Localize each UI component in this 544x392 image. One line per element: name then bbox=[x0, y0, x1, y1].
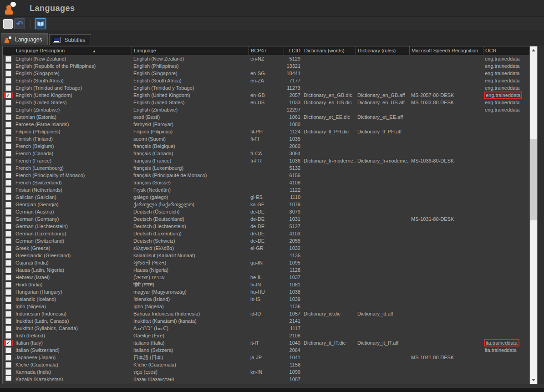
row-checkbox[interactable] bbox=[5, 143, 11, 149]
row-checkbox[interactable] bbox=[5, 209, 11, 215]
table-row[interactable]: German (Germany)Deutsch (Deutschland)de-… bbox=[3, 215, 538, 223]
row-checkbox[interactable] bbox=[5, 71, 11, 76]
table-row[interactable]: English (Singapore)English (Singapore)en… bbox=[3, 70, 538, 77]
table-row[interactable]: English (Republic of the Philippines)Eng… bbox=[3, 62, 538, 70]
row-checkbox[interactable] bbox=[5, 245, 11, 251]
table-row[interactable]: German (Switzerland)Deutsch (Schweiz)de-… bbox=[3, 237, 538, 244]
row-checkbox[interactable] bbox=[5, 253, 11, 259]
table-row[interactable]: Igbo (Nigeria)Igbo (Nigeria)1136 bbox=[3, 303, 538, 310]
row-checkbox[interactable] bbox=[5, 78, 11, 84]
row-checkbox[interactable] bbox=[5, 238, 11, 244]
table-row[interactable]: Kazakh (Kazakhstan)Қазақ (Қазақстан)1087 bbox=[3, 376, 538, 381]
header-bcp47[interactable]: BCP47 bbox=[249, 46, 284, 55]
table-row[interactable]: Indonesian (Indonesia)Bahasa Indonesia (… bbox=[3, 310, 538, 317]
table-row[interactable]: German (Liechtenstein)Deutsch (Liechtens… bbox=[3, 223, 538, 230]
row-checkbox[interactable] bbox=[5, 122, 11, 127]
table-row[interactable]: French (Belgium)français (Belgique)2060 bbox=[3, 143, 538, 150]
table-row[interactable]: Hindi (India)हिंदी (भारत)hi-IN1081 bbox=[3, 281, 538, 288]
row-checkbox[interactable] bbox=[5, 194, 11, 200]
row-checkbox[interactable] bbox=[5, 275, 11, 280]
row-checkbox[interactable] bbox=[5, 376, 11, 381]
row-checkbox-checked[interactable]: ✓ bbox=[5, 340, 11, 346]
row-checkbox[interactable] bbox=[5, 347, 11, 353]
row-checkbox[interactable] bbox=[5, 289, 11, 295]
row-checkbox[interactable] bbox=[5, 85, 11, 91]
header-ocr[interactable]: OCR bbox=[483, 46, 530, 55]
table-row[interactable]: German (Luxembourg)Deutsch (Luxemburg)de… bbox=[3, 230, 538, 237]
scroll-down-button[interactable] bbox=[530, 376, 537, 384]
table-row[interactable]: Finnish (Finland)suomi (Suomi)fi-FI1035 bbox=[3, 135, 538, 143]
row-checkbox[interactable] bbox=[5, 165, 11, 171]
table-row[interactable]: Galician (Galician)galego (galego)gl-ES1… bbox=[3, 193, 538, 201]
row-checkbox[interactable] bbox=[5, 318, 11, 324]
header-dictionary-words[interactable]: Dictionary (words) bbox=[302, 46, 356, 55]
header-language-description[interactable]: Language Description ▲ bbox=[14, 46, 132, 55]
table-row[interactable]: Inuktitut (Latin, Canada)Inuktitut (Kana… bbox=[3, 317, 538, 325]
table-row[interactable]: Filipino (Philippines)Filipino (Pilipina… bbox=[3, 128, 538, 135]
row-checkbox[interactable] bbox=[5, 267, 11, 273]
header-ms-speech[interactable]: Microsoft Speech Recognition bbox=[409, 46, 483, 55]
row-checkbox[interactable] bbox=[5, 369, 11, 375]
row-checkbox[interactable] bbox=[5, 326, 11, 331]
table-row[interactable]: Georgian (Georgia)ქართული (საქართველო)ka… bbox=[3, 201, 538, 208]
table-row[interactable]: French (Canada)français (Canada)fr-CA308… bbox=[3, 150, 538, 157]
row-checkbox[interactable] bbox=[5, 129, 11, 135]
row-checkbox[interactable] bbox=[5, 231, 11, 237]
table-row[interactable]: ✓Italian (Italy)italiano (Italia)it-IT10… bbox=[3, 339, 538, 346]
vertical-scrollbar[interactable] bbox=[529, 46, 538, 384]
table-row[interactable]: Greek (Greece)ελληνικά (Ελλάδα)el-GR1032 bbox=[3, 244, 538, 252]
row-checkbox[interactable] bbox=[5, 136, 11, 142]
row-checkbox[interactable] bbox=[5, 311, 11, 317]
row-checkbox[interactable] bbox=[5, 296, 11, 302]
table-row[interactable]: Japanese (Japan)日本語 (日本)ja-JP1041MS-1041… bbox=[3, 354, 538, 361]
tab-subtitles[interactable]: Subtitles bbox=[49, 34, 91, 45]
table-row[interactable]: Estonian (Estonia)eesti (Eesti)1061Dicti… bbox=[3, 113, 538, 121]
row-checkbox[interactable] bbox=[5, 224, 11, 229]
row-checkbox[interactable] bbox=[5, 202, 11, 208]
table-row[interactable]: French (Principality of Monaco)français … bbox=[3, 172, 538, 179]
header-dictionary-rules[interactable]: Dictionary (rules) bbox=[356, 46, 409, 55]
row-checkbox[interactable] bbox=[5, 216, 11, 222]
tab-languages[interactable]: Languages bbox=[1, 33, 48, 45]
row-checkbox[interactable] bbox=[5, 158, 11, 164]
table-row[interactable]: English (United States)English (United S… bbox=[3, 99, 538, 106]
row-checkbox[interactable] bbox=[5, 333, 11, 339]
row-checkbox[interactable] bbox=[5, 63, 11, 69]
table-row[interactable]: Faroese (Faroe Islands)føroyskt (Føroyar… bbox=[3, 121, 538, 128]
scroll-up-button[interactable] bbox=[530, 46, 537, 54]
scrollbar-thumb[interactable] bbox=[530, 139, 537, 220]
table-row[interactable]: Greenlandic (Greenland)kalaallisut (Kala… bbox=[3, 252, 538, 259]
row-checkbox[interactable] bbox=[5, 180, 11, 186]
row-checkbox[interactable] bbox=[5, 100, 11, 106]
table-row[interactable]: English (Zimbabwe)English (Zimbabwe)1229… bbox=[3, 106, 538, 113]
table-row[interactable]: French (Switzerland)français (Suisse)410… bbox=[3, 179, 538, 186]
row-checkbox[interactable] bbox=[5, 187, 11, 193]
dictionary-button[interactable] bbox=[35, 18, 46, 29]
header-checkbox-column[interactable] bbox=[3, 46, 14, 55]
row-checkbox[interactable] bbox=[5, 282, 11, 288]
table-row[interactable]: Irish (Ireland)Gaeilge (Éire)2108 bbox=[3, 332, 538, 339]
table-row[interactable]: French (Luxembourg)français (Luxembourg)… bbox=[3, 164, 538, 172]
table-row[interactable]: English (Trinidad and Tobago)English (Tr… bbox=[3, 84, 538, 92]
table-row[interactable]: English (South Africa)English (South Afr… bbox=[3, 77, 538, 84]
table-row[interactable]: ✓English (United Kingdom)English (United… bbox=[3, 92, 538, 99]
row-checkbox[interactable] bbox=[5, 107, 11, 113]
table-row[interactable]: French (France)français (France)fr-FR103… bbox=[3, 157, 538, 164]
header-language[interactable]: Language bbox=[132, 46, 249, 55]
row-checkbox[interactable] bbox=[5, 355, 11, 361]
table-row[interactable]: Kannada (India)ಕನ್ನಡ (ಭಾರತ)kn-IN1099 bbox=[3, 368, 538, 376]
header-lcid[interactable]: LCID bbox=[284, 46, 302, 55]
row-checkbox[interactable] bbox=[5, 362, 11, 368]
table-row[interactable]: German (Austria)Deutsch (Österreich)de-D… bbox=[3, 208, 538, 215]
table-row[interactable]: Hausa (Latin, Nigeria)Hausa (Nigeria)112… bbox=[3, 266, 538, 274]
row-checkbox[interactable] bbox=[5, 56, 11, 62]
row-checkbox[interactable] bbox=[5, 260, 11, 266]
table-row[interactable]: English (New Zealand)English (New Zealan… bbox=[3, 55, 538, 62]
table-row[interactable]: K'iche (Guatemala)K'iche (Guatemala)1158 bbox=[3, 361, 538, 368]
row-checkbox[interactable] bbox=[5, 114, 11, 120]
row-checkbox-checked[interactable]: ✓ bbox=[5, 92, 11, 98]
table-row[interactable]: Icelandic (Iceland)íslenska (Ísland)is-I… bbox=[3, 295, 538, 303]
row-checkbox[interactable] bbox=[5, 151, 11, 157]
row-checkbox[interactable] bbox=[5, 173, 11, 178]
table-row[interactable]: Gujarati (India)ગુજરાતી (ભારત)gu-IN1095 bbox=[3, 259, 538, 266]
